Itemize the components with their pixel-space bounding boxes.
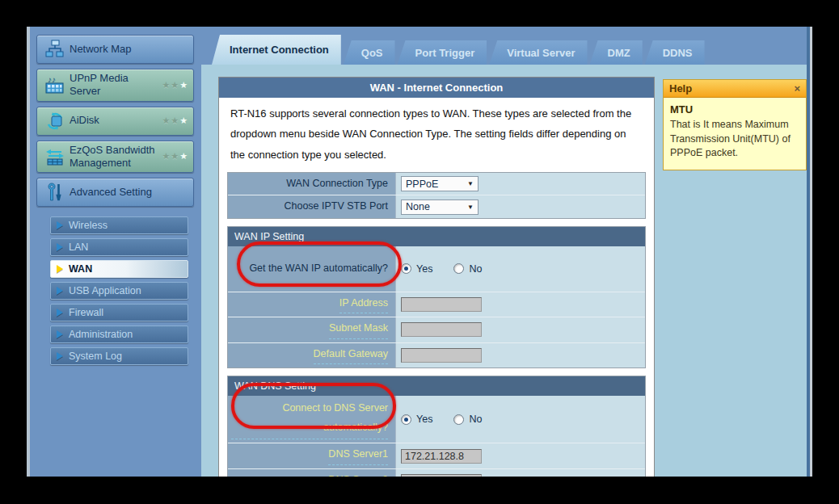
sidebar-item-wan[interactable]: WAN [50, 260, 188, 278]
dns-auto-radio-group: Yes No [401, 414, 482, 425]
sidebar-item-upnp-media-server[interactable]: ♪♪ UPnP Media Server ★★★ [36, 69, 194, 102]
field-value-cell [396, 443, 645, 468]
field-value-cell [396, 469, 645, 477]
help-term: MTU [670, 103, 799, 117]
rating-stars-icon: ★★★ [162, 80, 188, 90]
main-area: Internet Connection QoS Port Trigger Vir… [201, 27, 807, 477]
sidebar-item-label: Advanced Setting [70, 186, 188, 199]
field-value-cell [396, 343, 645, 368]
tab-bar: Internet Connection QoS Port Trigger Vir… [201, 27, 807, 65]
sidebar-item-label: Wireless [69, 220, 108, 231]
field-value-cell: Yes No [396, 396, 645, 443]
advanced-submenu: Wireless LAN WAN USB Application Firewal… [32, 216, 198, 365]
rating-stars-icon: ★★★ [162, 116, 188, 126]
sidebar-item-label: WAN [69, 263, 92, 275]
sidebar-item-administration[interactable]: Administration [50, 326, 188, 343]
radio-yes[interactable] [401, 263, 411, 274]
subnet-mask-input [401, 322, 482, 337]
field-label: Choose IPTV STB Port [228, 195, 396, 217]
sidebar-item-label: AiDisk [70, 114, 162, 127]
iptv-stb-port-select[interactable]: None ▼ [401, 200, 479, 215]
dns-server1-input [401, 449, 482, 464]
table-row: Default Gateway [228, 343, 645, 368]
arrow-icon [57, 352, 63, 360]
dropdown-arrow-icon: ▼ [467, 204, 474, 211]
default-gateway-input [401, 348, 482, 363]
wan-ip-setting-table: WAN IP Setting Get the WAN IP automatica… [227, 226, 646, 368]
wan-settings-panel: WAN - Internet Connection RT-N16 support… [218, 77, 655, 477]
tab-dmz[interactable]: DMZ [590, 40, 643, 65]
selected-option: PPPoE [406, 178, 438, 190]
ip-address-input [401, 297, 482, 312]
default-gateway-tooltip-link[interactable]: Default Gateway [314, 346, 388, 364]
table-row: DNS Server1 [228, 443, 645, 468]
arrow-icon [57, 243, 63, 251]
radio-no[interactable] [453, 263, 464, 274]
radio-no[interactable] [453, 414, 464, 425]
table-row: WAN Connection Type PPPoE ▼ [228, 173, 645, 195]
dropdown-arrow-icon: ▼ [467, 180, 474, 187]
advanced-setting-icon [40, 182, 70, 203]
sidebar-item-aidisk[interactable]: AiDisk ★★★ [36, 107, 194, 136]
radio-label: Yes [416, 414, 432, 425]
field-value-cell: Yes No [396, 246, 645, 292]
content-area: WAN - Internet Connection RT-N16 support… [201, 65, 807, 477]
sidebar-item-label: System Log [69, 351, 122, 362]
tab-ddns[interactable]: DDNS [645, 40, 705, 65]
sidebar-item-ezqos[interactable]: EzQoS Bandwidth Management ★★★ [36, 141, 194, 174]
tab-internet-connection[interactable]: Internet Connection [212, 35, 341, 65]
table-row: Get the WAN IP automatically? Yes No [228, 246, 645, 292]
radio-label: No [469, 263, 482, 275]
wan-ip-auto-radio-group: Yes No [401, 263, 482, 275]
arrow-icon [57, 309, 63, 317]
radio-yes[interactable] [401, 414, 411, 425]
field-value-cell: None ▼ [396, 195, 645, 217]
field-value-cell: PPPoE ▼ [396, 173, 645, 195]
subnet-mask-tooltip-link[interactable]: Subnet Mask [329, 321, 388, 338]
tab-qos[interactable]: QoS [344, 40, 395, 65]
sidebar-item-label: Firewall [69, 307, 103, 318]
wan-dns-setting-table: WAN DNS Setting Connect to DNS Server au… [227, 376, 646, 477]
page-description: RT-N16 supports several connection types… [219, 98, 654, 172]
field-label: Connect to DNS Server automatically? [228, 396, 396, 443]
table-row: Choose IPTV STB Port None ▼ [228, 195, 645, 217]
field-label: Subnet Mask [228, 317, 396, 342]
wan-connection-type-select[interactable]: PPPoE ▼ [401, 176, 479, 191]
network-map-icon [40, 39, 70, 60]
sidebar-item-label: Administration [69, 329, 133, 340]
tab-virtual-server[interactable]: Virtual Server [489, 40, 587, 65]
tab-port-trigger[interactable]: Port Trigger [398, 40, 487, 65]
close-icon[interactable]: × [794, 82, 800, 94]
arrow-icon [57, 330, 63, 338]
sidebar-item-system-log[interactable]: System Log [50, 347, 188, 365]
sidebar-item-wireless[interactable]: Wireless [50, 216, 188, 234]
sidebar-item-network-map[interactable]: Network Map [36, 35, 194, 64]
field-label: Default Gateway [228, 343, 396, 368]
field-label: DNS Server1 [228, 443, 396, 468]
arrow-icon [57, 221, 63, 229]
sidebar: Network Map ♪♪ UPnP Media Server ★★★ [30, 27, 201, 477]
sidebar-item-label: LAN [69, 242, 88, 253]
ezqos-icon [40, 146, 70, 167]
dns-server1-tooltip-link[interactable]: DNS Server1 [328, 447, 388, 464]
field-label: DNS Server2 [228, 469, 396, 477]
sidebar-item-advanced-setting[interactable]: Advanced Setting [36, 178, 194, 207]
selected-option: None [406, 201, 430, 212]
ip-address-tooltip-link[interactable]: IP Address [339, 296, 388, 313]
field-label: Get the WAN IP automatically? [228, 246, 396, 292]
help-panel: Help × MTU That is It means Maximum Tran… [663, 79, 807, 170]
sidebar-item-firewall[interactable]: Firewall [50, 304, 188, 321]
dns-server2-input [401, 474, 482, 477]
dns-auto-tooltip-link[interactable]: Connect to DNS Server automatically? [231, 399, 388, 440]
aidisk-icon [40, 111, 70, 132]
sidebar-item-lan[interactable]: LAN [50, 238, 188, 256]
help-body: MTU That is It means Maximum Transmissio… [664, 98, 806, 170]
sidebar-item-usb-application[interactable]: USB Application [50, 282, 188, 300]
rating-stars-icon: ★★★ [162, 151, 188, 162]
table-row: Connect to DNS Server automatically? Yes… [228, 396, 645, 444]
help-text: That is It means Maximum Transmission Un… [670, 118, 799, 161]
page-title: WAN - Internet Connection [219, 78, 654, 98]
field-label: IP Address [228, 292, 396, 317]
dns-server2-tooltip-link[interactable]: DNS Server2 [328, 472, 388, 477]
radio-label: No [469, 414, 482, 425]
